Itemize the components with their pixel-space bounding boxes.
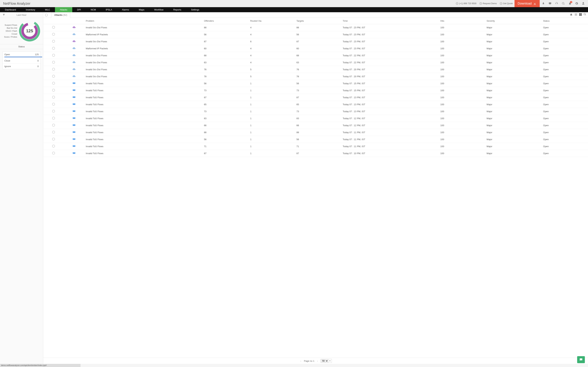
column-header[interactable] — [64, 18, 84, 24]
table-row[interactable]: Invalid ToS Flows87187Today 07 : 10 PM, … — [43, 150, 588, 157]
nav-settings[interactable]: Settings — [186, 7, 204, 12]
row-checkbox[interactable] — [52, 47, 55, 50]
get-quote-link[interactable]: $Get Quote — [499, 1, 514, 6]
rocket-icon[interactable] — [540, 0, 546, 7]
notifications-icon[interactable]: 3 — [567, 0, 573, 7]
table-row[interactable]: Invalid ToS Flows56156Today 07 : 11 PM, … — [43, 136, 588, 143]
prev-page-button[interactable]: ‹ — [299, 360, 302, 362]
row-checkbox[interactable] — [52, 103, 55, 106]
nav-inventory[interactable]: Inventory — [21, 7, 40, 12]
row-checkbox[interactable] — [52, 124, 55, 126]
nav-ipsla[interactable]: IPSLA — [101, 7, 117, 12]
cell-time: Today 07 : 10 PM, IST — [341, 150, 439, 157]
table-row[interactable]: Invalid ToS Flows56156Today 07 : 15 PM, … — [43, 80, 588, 87]
cell-problem: Invalid Src-Dst Flows — [84, 66, 202, 73]
row-checkbox[interactable] — [52, 96, 55, 99]
column-header[interactable]: Offenders — [202, 18, 249, 24]
row-checkbox[interactable] — [52, 117, 55, 119]
cell-hits: 100 — [439, 52, 485, 59]
sidebar: Last Hour Suspect FlowsBad Src-DstDDoS /… — [0, 12, 43, 364]
column-header[interactable]: Targets — [295, 18, 341, 24]
cell-severity: Major — [485, 115, 542, 122]
tab-row: Attacks (62) — [43, 12, 588, 18]
select-all-checkbox[interactable] — [45, 14, 48, 17]
nav-reports[interactable]: Reports — [168, 7, 186, 12]
alert-config-icon[interactable] — [570, 13, 573, 17]
nav-ncm[interactable]: NCM — [86, 7, 101, 12]
row-checkbox[interactable] — [52, 26, 55, 29]
row-checkbox[interactable] — [52, 82, 55, 84]
table-row[interactable]: Invalid ToS Flows73173Today 07 : 13 PM, … — [43, 108, 588, 115]
column-header[interactable]: Severity — [485, 18, 542, 24]
table-row[interactable]: Invalid Src-Dst Flows78578Today 07 : 20 … — [43, 73, 588, 80]
table-row[interactable]: Invalid Src-Dst Flows76576Today 07 : 20 … — [43, 66, 588, 73]
table-row[interactable]: Invalid ToS Flows71171Today 07 : 11 PM, … — [43, 143, 588, 150]
nav-workflow[interactable]: Workflow — [149, 7, 168, 12]
cell-offenders: 65 — [202, 101, 249, 108]
presentation-icon[interactable] — [547, 0, 553, 7]
column-header[interactable] — [43, 18, 64, 24]
row-checkbox[interactable] — [52, 145, 55, 148]
cell-targets: 73 — [295, 87, 341, 94]
table-row[interactable]: Malformed IP Packets60460Today 07 : 23 P… — [43, 45, 588, 52]
nav-wlc[interactable]: WLC — [40, 7, 55, 12]
row-checkbox[interactable] — [52, 33, 55, 36]
row-checkbox[interactable] — [52, 110, 55, 113]
cell-offenders: 73 — [202, 87, 249, 94]
chat-fab[interactable] — [577, 356, 585, 363]
table-row[interactable]: Invalid ToS Flows66166Today 07 : 12 PM, … — [43, 122, 588, 129]
user-avatar-icon[interactable] — [580, 0, 586, 7]
row-checkbox[interactable] — [52, 54, 55, 57]
column-header[interactable]: Hits — [439, 18, 485, 24]
table-row[interactable]: Invalid Src-Dst Flows68468Today 07 : 22 … — [43, 52, 588, 59]
download-button[interactable]: Download — [515, 0, 540, 7]
table-row[interactable]: Malformed IP Packets56456Today 07 : 23 P… — [43, 31, 588, 38]
next-page-button[interactable]: › — [316, 360, 319, 362]
row-checkbox[interactable] — [52, 40, 55, 43]
nav-dpi[interactable]: DPI — [72, 7, 86, 12]
row-checkbox[interactable] — [52, 138, 55, 141]
cell-problem: Invalid ToS Flows — [84, 94, 202, 101]
column-header[interactable]: Routed Via — [249, 18, 295, 24]
nav-attacks[interactable]: Attacks — [55, 7, 72, 12]
row-checkbox[interactable] — [52, 61, 55, 64]
table-row[interactable]: Invalid ToS Flows88188Today 07 : 11 PM, … — [43, 129, 588, 136]
notification-badge: 3 — [570, 1, 572, 3]
grid-view-icon[interactable] — [579, 13, 582, 17]
request-demo-link[interactable]: ⎚Request Demo — [478, 1, 498, 6]
table-row[interactable]: Invalid Src-Dst Flows87687Today 07 : 23 … — [43, 38, 588, 45]
list-view-icon[interactable] — [574, 13, 578, 17]
tab-attacks[interactable]: Attacks (62) — [51, 12, 70, 18]
row-checkbox[interactable] — [52, 152, 55, 154]
cell-targets: 87 — [295, 38, 341, 45]
row-checkbox[interactable] — [52, 75, 55, 78]
cell-offenders: 56 — [202, 80, 249, 87]
status-row[interactable]: Ignore0 — [3, 64, 40, 69]
nav-alarms[interactable]: Alarms — [117, 7, 134, 12]
time-filter[interactable]: Last Hour — [0, 12, 43, 18]
row-checkbox[interactable] — [52, 68, 55, 71]
row-checkbox[interactable] — [52, 89, 55, 92]
table-row[interactable]: Invalid ToS Flows73173Today 07 : 15 PM, … — [43, 87, 588, 94]
table-row[interactable]: Invalid ToS Flows65165Today 07 : 13 PM, … — [43, 101, 588, 108]
table-row[interactable]: Invalid ToS Flows83183Today 07 : 12 PM, … — [43, 115, 588, 122]
table-row[interactable]: Invalid Src-Dst Flows88488Today 07 : 23 … — [43, 24, 588, 31]
attacks-table-wrap[interactable]: ProblemOffendersRouted ViaTargetsTimeHit… — [43, 18, 588, 358]
table-row[interactable]: Invalid ToS Flows87187Today 07 : 13 PM, … — [43, 94, 588, 101]
settings-gear-icon[interactable] — [574, 0, 579, 7]
status-row[interactable]: Close0 — [3, 58, 40, 64]
search-table-icon[interactable] — [583, 13, 586, 17]
column-header[interactable]: Problem — [84, 18, 202, 24]
nav-dashboard[interactable]: Dashboard — [0, 7, 21, 12]
table-row[interactable]: Invalid Src-Dst Flows63463Today 07 : 22 … — [43, 59, 588, 66]
column-header[interactable]: Time — [341, 18, 439, 24]
column-header[interactable]: Status — [542, 18, 588, 24]
phone-link[interactable]: ✆(+1) 888 720 9500 — [455, 1, 477, 6]
page-size-select[interactable]: 50▾ — [320, 359, 332, 363]
row-checkbox[interactable] — [52, 131, 55, 133]
nav-maps[interactable]: Maps — [134, 7, 149, 12]
cell-severity: Major — [485, 52, 542, 59]
cell-targets: 88 — [295, 24, 341, 31]
search-icon[interactable] — [560, 0, 566, 7]
headset-icon[interactable] — [554, 0, 560, 7]
